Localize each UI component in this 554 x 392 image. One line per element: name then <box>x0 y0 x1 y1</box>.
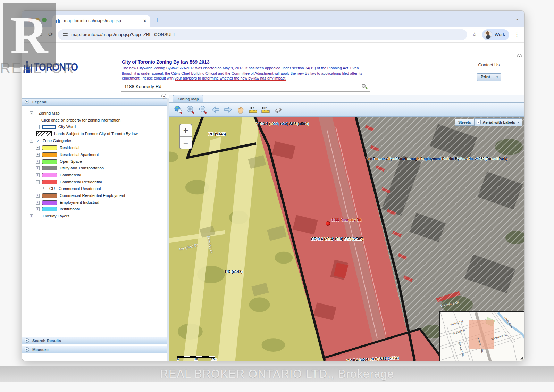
overview-inset-map[interactable]: Forbes Rd Kecala Rd Denham Rd Kennedy Rd… <box>439 311 524 361</box>
zone-label-x143: RD (x143) <box>225 269 243 274</box>
tree-hint: Click once on property for zoning inform… <box>41 117 120 123</box>
aerial-label: Aerial with Labels <box>483 120 515 124</box>
expander-icon[interactable]: + <box>30 214 33 218</box>
new-tab-button[interactable]: + <box>155 16 159 24</box>
profile-button[interactable]: Work <box>482 29 509 40</box>
zone-row-institutional[interactable]: + Institutional <box>36 206 80 212</box>
print-dropdown-button[interactable]: ▼ <box>494 73 501 81</box>
brokerage-watermark-text: REAL BROKER ONTARIO LTD., Brokerage <box>160 367 394 381</box>
site-settings-icon[interactable] <box>63 33 68 37</box>
search-results-expand-icon[interactable]: ▶ <box>25 338 29 343</box>
map-zoom-out-button[interactable]: − <box>180 137 192 149</box>
expander-icon[interactable]: + <box>36 146 40 150</box>
expander-icon[interactable]: − <box>30 111 33 115</box>
zone-swatch <box>42 193 57 198</box>
zone-label: CR - Commercial Residential <box>49 186 101 191</box>
zone-label: Commercial Residential <box>60 180 102 184</box>
expander-icon[interactable]: + <box>36 194 40 198</box>
zone-swatch <box>42 152 57 157</box>
tab-close-icon[interactable]: ✕ <box>143 18 147 24</box>
collapse-header-icon[interactable]: ▲ <box>517 54 522 58</box>
expander-icon[interactable]: + <box>36 173 40 177</box>
page-title: City of Toronto Zoning By-law 569-2013 <box>122 59 371 65</box>
eraser-icon[interactable] <box>273 105 283 115</box>
aerial-checkbox[interactable]: ✓ <box>477 120 481 124</box>
city-ward-checkbox[interactable] <box>35 125 40 129</box>
tree-label: Zoning Map <box>36 111 60 115</box>
measure-panel-header[interactable]: ▶ Measure <box>22 346 167 353</box>
zoom-out-icon[interactable] <box>198 105 208 115</box>
zone-row-commercial-residential[interactable]: − Commercial Residential <box>36 179 102 185</box>
search-results-panel-header[interactable]: ▶ Search Results <box>22 337 167 344</box>
browser-tab[interactable]: map.toronto.ca/maps/map.jsp ✕ <box>52 15 150 27</box>
expander-icon[interactable]: − <box>30 139 33 143</box>
expander-icon[interactable]: + <box>36 160 40 164</box>
basemap-dropdown-icon[interactable]: ▼ <box>517 121 520 124</box>
tab-zoning-map[interactable]: Zoning Map <box>173 95 203 102</box>
sidebar: ▼ Legend − Zoning Map Click once on prop… <box>22 98 167 361</box>
zone-label: Residential <box>60 145 79 150</box>
zone-categories-checkbox[interactable]: ✓ <box>36 139 40 143</box>
measure-expand-icon[interactable]: ▶ <box>25 347 29 352</box>
previous-extent-icon[interactable] <box>210 105 221 115</box>
subject-property-marker[interactable] <box>326 221 330 226</box>
scale-bar: 0 10 20m <box>177 356 218 361</box>
contact-us-link[interactable]: Contact Us <box>478 62 500 67</box>
legend-panel-header[interactable]: ▼ Legend <box>22 98 167 106</box>
tab-title: map.toronto.ca/maps/map.jsp <box>64 18 140 23</box>
zone-label: Utility and Transportation <box>60 166 104 170</box>
tree-node-zoning-map[interactable]: − Zoning Map <box>30 110 60 116</box>
expander-icon[interactable]: + <box>36 166 40 170</box>
tree-label: City Ward <box>58 125 76 129</box>
legend-collapse-icon[interactable]: ▼ <box>25 100 29 104</box>
streets-basemap-button[interactable]: Streets <box>455 119 475 126</box>
collapse-sidebar-icon[interactable]: ◂ <box>161 94 166 99</box>
tree-node-overlay-layers[interactable]: + Overlay Layers <box>30 213 69 219</box>
zone-swatch <box>42 207 57 211</box>
browser-menu-icon[interactable]: ⋮ <box>514 31 520 38</box>
search-icon[interactable] <box>362 84 367 90</box>
subject-property-label: 1188 Kennedy Rd <box>331 218 361 222</box>
zone-row-commercial[interactable]: + Commercial <box>36 172 81 178</box>
scale-tick: 10 <box>194 358 198 361</box>
zoom-extent-icon[interactable] <box>173 105 183 115</box>
browser-tab-strip: map.toronto.ca/maps/map.jsp ✕ + ⌄ <box>22 11 524 27</box>
search-value: 1188 Kennedy Rd <box>124 84 362 89</box>
measure-title: Measure <box>32 348 49 352</box>
aerial-basemap-control[interactable]: ✓ Aerial with Labels ▼ <box>474 118 522 126</box>
zone-swatch <box>42 166 57 170</box>
map-canvas[interactable]: CR 0.4 (c0.4; r0.0) SS3 (x594) RD (x145)… <box>169 117 524 361</box>
url-bar[interactable]: map.toronto.ca/maps/map.jsp?app=ZBL_CONS… <box>58 29 467 40</box>
zone-row-utility[interactable]: + Utility and Transportation <box>36 165 104 171</box>
expander-icon[interactable]: + <box>36 201 40 205</box>
hatch-swatch <box>36 131 52 136</box>
expander-icon[interactable]: − <box>36 180 40 184</box>
measure-area-icon[interactable]: 2 <box>260 105 271 115</box>
map-zoom-in-button[interactable]: + <box>180 124 192 136</box>
expander-icon[interactable]: + <box>36 207 40 211</box>
pan-hand-icon[interactable] <box>235 105 246 115</box>
zone-row-cr-child[interactable]: CR - Commercial Residential <box>43 185 101 192</box>
expander-icon[interactable]: + <box>36 153 40 157</box>
zone-row-residential-apartment[interactable]: + Residential Apartment <box>36 151 99 158</box>
print-button[interactable]: Print <box>477 73 494 81</box>
zone-swatch <box>42 180 57 184</box>
zone-row-open-space[interactable]: + Open Space <box>36 158 82 165</box>
next-extent-icon[interactable] <box>223 105 233 115</box>
zone-row-employment-industrial[interactable]: + Employment Industrial <box>36 199 99 206</box>
address-search-input[interactable]: 1188 Kennedy Rd <box>121 82 370 92</box>
tab-search-chevron-icon[interactable]: ⌄ <box>515 16 519 21</box>
realtor-r: R <box>10 5 48 65</box>
overlay-layers-checkbox[interactable] <box>36 214 40 218</box>
bylaw-paragraph: The new City-wide Zoning By-law 569-2013… <box>122 66 371 81</box>
zone-row-residential[interactable]: + Residential <box>36 144 79 151</box>
zone-row-cre[interactable]: + Commercial Residential Employment <box>36 192 125 199</box>
bookmark-star-icon[interactable]: ☆ <box>472 31 477 38</box>
tree-node-zone-categories[interactable]: − ✓ Zone Categories <box>30 137 72 144</box>
brokerage-watermark-bar: REAL BROKER ONTARIO LTD., Brokerage <box>0 366 554 382</box>
tree-node-city-ward[interactable]: City Ward <box>35 124 76 130</box>
zoom-in-icon[interactable] <box>185 105 196 115</box>
inset-resize-icon[interactable]: ◢ <box>520 356 523 360</box>
inset-street-map <box>440 312 524 361</box>
measure-distance-icon[interactable]: 2 <box>248 105 258 115</box>
